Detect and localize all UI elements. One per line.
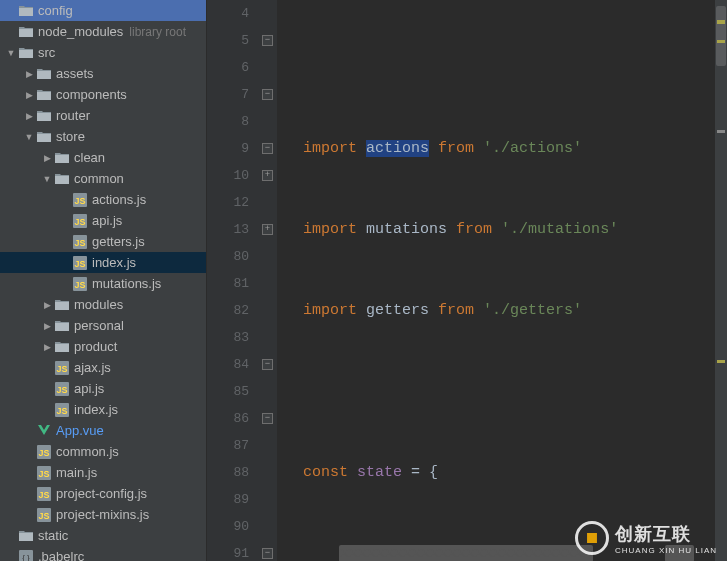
folder-icon bbox=[54, 150, 70, 166]
line-number: 80 bbox=[207, 243, 249, 270]
tree-item-store[interactable]: store bbox=[0, 126, 206, 147]
fold-toggle[interactable]: − bbox=[262, 413, 273, 424]
fold-toggle[interactable]: + bbox=[262, 224, 273, 235]
js-icon: JS bbox=[36, 465, 52, 481]
tree-item-index-js[interactable]: JSindex.js bbox=[0, 399, 206, 420]
svg-text:{ }: { } bbox=[22, 553, 30, 562]
line-number: 82 bbox=[207, 297, 249, 324]
fold-toggle[interactable]: − bbox=[262, 35, 273, 46]
tree-item-getters-js[interactable]: JSgetters.js bbox=[0, 231, 206, 252]
line-number: 6 bbox=[207, 54, 249, 81]
code-editor[interactable]: 456789101213808182838485868788899091 −−−… bbox=[207, 0, 727, 561]
tree-item-label: src bbox=[38, 45, 55, 60]
tree-item-label: router bbox=[56, 108, 90, 123]
js-icon: JS bbox=[54, 381, 70, 397]
tree-item-product[interactable]: product bbox=[0, 336, 206, 357]
tree-item-label: common bbox=[74, 171, 124, 186]
js-icon: JS bbox=[36, 444, 52, 460]
js-icon: JS bbox=[72, 192, 88, 208]
tree-item-modules[interactable]: modules bbox=[0, 294, 206, 315]
svg-text:JS: JS bbox=[56, 406, 67, 416]
tree-item-node_modules[interactable]: node_moduleslibrary root bbox=[0, 21, 206, 42]
svg-text:JS: JS bbox=[38, 511, 49, 521]
fold-toggle[interactable]: + bbox=[262, 170, 273, 181]
chevron-right-icon[interactable] bbox=[40, 340, 54, 354]
folder-icon bbox=[18, 24, 34, 40]
tree-item-router[interactable]: router bbox=[0, 105, 206, 126]
tree-item-ajax-js[interactable]: JSajax.js bbox=[0, 357, 206, 378]
svg-text:JS: JS bbox=[38, 469, 49, 479]
tree-item-project-config-js[interactable]: JSproject-config.js bbox=[0, 483, 206, 504]
tree-item-config[interactable]: config bbox=[0, 0, 206, 21]
tree-item-api-js[interactable]: JSapi.js bbox=[0, 378, 206, 399]
line-number: 4 bbox=[207, 0, 249, 27]
fold-toggle[interactable]: − bbox=[262, 143, 273, 154]
tree-item-src[interactable]: src bbox=[0, 42, 206, 63]
fold-toggle[interactable]: − bbox=[262, 548, 273, 559]
svg-text:JS: JS bbox=[74, 259, 85, 269]
tree-item-label: actions.js bbox=[92, 192, 146, 207]
folder-icon bbox=[18, 3, 34, 19]
chevron-right-icon[interactable] bbox=[22, 88, 36, 102]
chevron-right-icon[interactable] bbox=[40, 319, 54, 333]
svg-text:JS: JS bbox=[74, 196, 85, 206]
tree-item-actions-js[interactable]: JSactions.js bbox=[0, 189, 206, 210]
tree-item-label: clean bbox=[74, 150, 105, 165]
tree-item-common[interactable]: common bbox=[0, 168, 206, 189]
line-number: 85 bbox=[207, 378, 249, 405]
line-number: 86 bbox=[207, 405, 249, 432]
tree-item-mutations-js[interactable]: JSmutations.js bbox=[0, 273, 206, 294]
line-number: 5 bbox=[207, 27, 249, 54]
tree-item-components[interactable]: components bbox=[0, 84, 206, 105]
tree-item-label: personal bbox=[74, 318, 124, 333]
folder-icon bbox=[54, 318, 70, 334]
js-icon: JS bbox=[54, 360, 70, 376]
tree-item--babelrc[interactable]: { }.babelrc bbox=[0, 546, 206, 561]
fold-toggle[interactable]: − bbox=[262, 89, 273, 100]
chevron-right-icon[interactable] bbox=[22, 109, 36, 123]
js-icon: JS bbox=[36, 486, 52, 502]
line-number: 7 bbox=[207, 81, 249, 108]
tree-item-clean[interactable]: clean bbox=[0, 147, 206, 168]
tree-item-label: assets bbox=[56, 66, 94, 81]
code-area[interactable]: import actions from './actions' import m… bbox=[277, 0, 727, 561]
js-icon: JS bbox=[72, 276, 88, 292]
svg-text:JS: JS bbox=[74, 217, 85, 227]
chevron-right-icon[interactable] bbox=[40, 298, 54, 312]
tree-item-common-js[interactable]: JScommon.js bbox=[0, 441, 206, 462]
fold-toggle[interactable]: − bbox=[262, 359, 273, 370]
line-numbers: 456789101213808182838485868788899091 bbox=[207, 0, 259, 561]
tree-item-label: node_modules bbox=[38, 24, 123, 39]
tree-item-personal[interactable]: personal bbox=[0, 315, 206, 336]
chevron-down-icon[interactable] bbox=[22, 130, 36, 144]
scrollbar-thumb[interactable] bbox=[716, 6, 726, 66]
tree-item-project-mixins-js[interactable]: JSproject-mixins.js bbox=[0, 504, 206, 525]
editor-scrollbar[interactable] bbox=[715, 0, 727, 561]
line-number: 91 bbox=[207, 540, 249, 561]
tree-item-static[interactable]: static bbox=[0, 525, 206, 546]
tree-item-label: .babelrc bbox=[38, 549, 84, 561]
line-number: 87 bbox=[207, 432, 249, 459]
tree-item-label: ajax.js bbox=[74, 360, 111, 375]
tree-item-api-js[interactable]: JSapi.js bbox=[0, 210, 206, 231]
tree-item-assets[interactable]: assets bbox=[0, 63, 206, 84]
tree-item-main-js[interactable]: JSmain.js bbox=[0, 462, 206, 483]
chevron-right-icon[interactable] bbox=[40, 151, 54, 165]
svg-text:JS: JS bbox=[38, 448, 49, 458]
js-icon: JS bbox=[72, 213, 88, 229]
chevron-right-icon[interactable] bbox=[22, 67, 36, 81]
js-icon: JS bbox=[72, 255, 88, 271]
tree-item-App-vue[interactable]: App.vue bbox=[0, 420, 206, 441]
chevron-down-icon[interactable] bbox=[4, 46, 18, 60]
svg-text:JS: JS bbox=[74, 238, 85, 248]
line-number: 90 bbox=[207, 513, 249, 540]
project-tree[interactable]: confignode_moduleslibrary rootsrcassetsc… bbox=[0, 0, 207, 561]
tree-item-label: static bbox=[38, 528, 68, 543]
tree-item-label: config bbox=[38, 3, 73, 18]
tree-item-label: api.js bbox=[92, 213, 122, 228]
tree-item-index-js[interactable]: JSindex.js bbox=[0, 252, 206, 273]
tree-item-label: index.js bbox=[92, 255, 136, 270]
fold-gutter[interactable]: −−−++−−− bbox=[259, 0, 277, 561]
vue-icon bbox=[36, 423, 52, 439]
chevron-down-icon[interactable] bbox=[40, 172, 54, 186]
